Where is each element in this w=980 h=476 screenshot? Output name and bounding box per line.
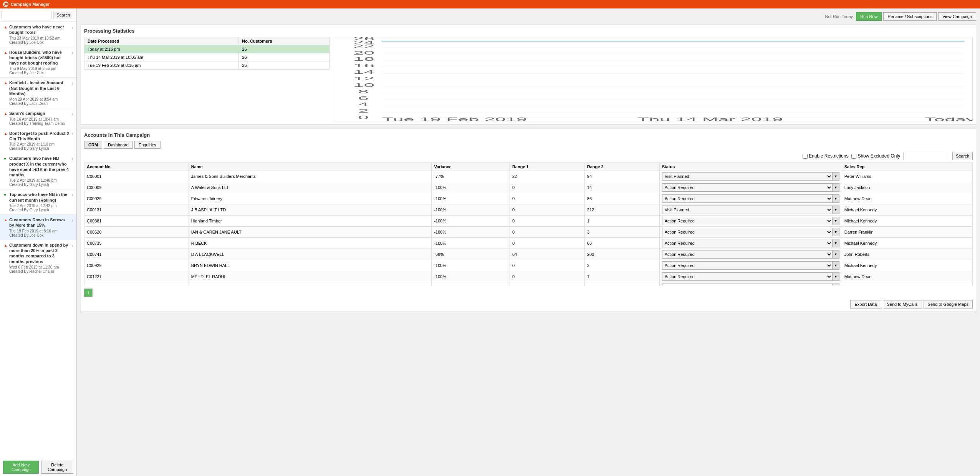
campaign-creator: Created By:Gary Lynch [9,182,70,187]
accounts-search-input[interactable] [903,152,949,160]
status-select[interactable]: Action Required Visit Planned Contacted … [662,239,833,247]
send-to-google-maps-button[interactable]: Send to Google Maps [924,300,973,308]
table-row: C00131 J B ASPHALT LTD -100% 0 212 Actio… [84,204,973,216]
campaign-item[interactable]: ● Top accs who have NB in the current mo… [0,189,76,215]
status-dropdown-button[interactable]: ▼ [833,217,839,225]
campaign-info: Customers Down in Screws by More than 15… [9,217,70,237]
tab-crm[interactable]: CRM [84,141,102,149]
status-dropdown-button[interactable]: ▼ [833,250,839,259]
delete-campaign-button[interactable]: Delete Campaign [41,461,73,474]
add-campaign-button[interactable]: Add New Campaign [3,461,39,474]
account-no: C00741 [84,249,189,260]
tab-dashboard[interactable]: Dashboard [104,141,133,149]
campaign-info: Customers who have never bought Tools Th… [9,24,70,45]
account-no: C01227 [84,271,189,282]
status-select[interactable]: Action Required Visit Planned Contacted … [662,261,833,270]
account-range1: 22 [510,171,584,182]
search-input[interactable] [2,11,51,19]
account-range2: 1 [584,271,659,282]
status-select[interactable]: Action Required Visit Planned Contacted … [662,172,833,181]
send-to-mycalls-button[interactable]: Send to MyCalls [883,300,922,308]
enable-restrictions-checkbox[interactable] [803,154,808,159]
campaign-item[interactable]: ▲ Customers down in spend by more than 2… [0,240,76,276]
status-select[interactable]: Action Required Visit Planned Contacted … [662,272,833,281]
campaign-name: Customers Down in Screws by More than 15… [9,217,70,228]
accounts-toolbar: CRM Dashboard Enquiries [84,141,973,149]
rename-subscriptions-button[interactable]: Rename / Subscriptions [883,12,937,21]
campaign-item[interactable]: ▲ House Builders, who have bought bricks… [0,47,76,78]
not-run-label: Not Run Today [825,14,853,19]
stats-chart: 0 2 4 6 8 10 12 14 16 18 20 22 2 [334,37,973,121]
campaign-name: Customers who have never bought Tools [9,24,70,35]
table-row: C00741 D A BLACKWELL -68% 64 200 Action … [84,249,973,260]
account-no: C00009 [84,182,189,193]
chevron-right-icon: › [72,25,73,30]
stats-table: Date Processed No. Customers Today at 2:… [84,37,330,70]
status-dropdown-button[interactable]: ▼ [833,228,839,236]
status-dropdown-button[interactable]: ▼ [833,261,839,270]
campaign-date: Thu 9 May 2019 at 3:55 pm [9,66,70,71]
table-row: C00620 IAN & CAREN JANE AULT -100% 0 3 A… [84,227,973,238]
campaign-name: Customers hwo have NB product X in the c… [9,156,70,177]
view-campaign-button[interactable]: View Campaign [938,12,976,21]
svg-text:10: 10 [353,83,374,88]
status-dropdown-button[interactable]: ▼ [833,183,839,192]
campaign-creator: Created By:Joe Cox [9,233,70,237]
campaign-item[interactable]: ● Customers hwo have NB product X in the… [0,153,76,189]
chevron-right-icon: › [72,50,73,56]
processing-stats-title: Processing Statistics [84,28,973,34]
status-select[interactable]: Action Required Visit Planned Contacted … [662,183,833,192]
account-name: IAN & CAREN JANE AULT [189,227,432,238]
campaign-item[interactable]: ▲ Customers who have never bought Tools … [0,22,76,47]
account-range2: 3 [584,227,659,238]
warning-indicator: ▲ [4,111,8,116]
chevron-right-icon: › [72,218,73,223]
campaign-item[interactable]: ▲ Sarah's campaign Tue 16 Apr 2019 at 10… [0,108,76,128]
status-select[interactable]: Action Required Visit Planned Contacted … [662,206,833,214]
app-icon: C [3,2,8,7]
warning-indicator: ▲ [4,243,8,247]
search-button[interactable]: Search [53,11,73,19]
campaign-item[interactable]: ▲ Kenfield - Inactive Account (Not Bough… [0,78,76,108]
chevron-right-icon: › [72,192,73,198]
account-range2: 1 [584,216,659,227]
campaign-item[interactable]: ▲ Customers Down in Screws by More than … [0,215,76,240]
status-dropdown-button[interactable]: ▼ [833,272,839,281]
col-range2: Range 2 [584,163,659,171]
tab-enquiries[interactable]: Enquiries [134,141,161,149]
account-variance: -100% [432,227,510,238]
stats-row: Tue 19 Feb 2019 at 8:16 am26 [84,61,330,70]
account-no: C00381 [84,216,189,227]
export-data-button[interactable]: Export Data [850,300,881,308]
campaign-creator: Created By:Jack Dean [9,101,70,106]
page-button[interactable]: 1 [84,289,93,297]
status-dropdown-button[interactable]: ▼ [833,172,839,181]
account-rep: John Roberts [842,249,972,260]
campaign-creator: Created By:Training Team Demo [9,121,70,126]
status-dropdown-button[interactable]: ▼ [833,206,839,214]
svg-text:Tue 19 Feb 2019: Tue 19 Feb 2019 [382,117,527,121]
svg-text:8: 8 [358,89,369,94]
show-excluded-checkbox[interactable] [851,154,856,159]
top-actions: Not Run Today Run Now Rename / Subscript… [81,12,976,21]
status-select[interactable]: Action Required Visit Planned Contacted … [662,284,833,285]
status-select[interactable]: Action Required Visit Planned Contacted … [662,217,833,225]
account-range2: 3 [584,260,659,271]
status-dropdown-button[interactable]: ▼ [833,239,839,247]
account-rep: John Roberts [842,282,972,286]
status-select[interactable]: Action Required Visit Planned Contacted … [662,228,833,236]
account-range2: 66 [584,238,659,249]
accounts-search-button[interactable]: Search [952,152,973,160]
account-rep: Michael Kennedy [842,204,972,216]
status-dropdown-button[interactable]: ▼ [833,194,839,203]
account-no: C00929 [84,260,189,271]
content: Not Run Today Run Now Rename / Subscript… [77,8,980,476]
status-select[interactable]: Action Required Visit Planned Contacted … [662,194,833,203]
run-now-button[interactable]: Run Now [856,12,882,21]
campaign-item[interactable]: ▲ Dont forget to push Product X Gin This… [0,128,76,154]
account-status: Action Required Visit Planned Contacted … [659,271,842,282]
campaign-name: Dont forget to push Product X Gin This M… [9,131,70,142]
account-status: Action Required Visit Planned Contacted … [659,227,842,238]
status-dropdown-button[interactable]: ▼ [833,284,839,285]
status-select[interactable]: Action Required Visit Planned Contacted … [662,250,833,259]
